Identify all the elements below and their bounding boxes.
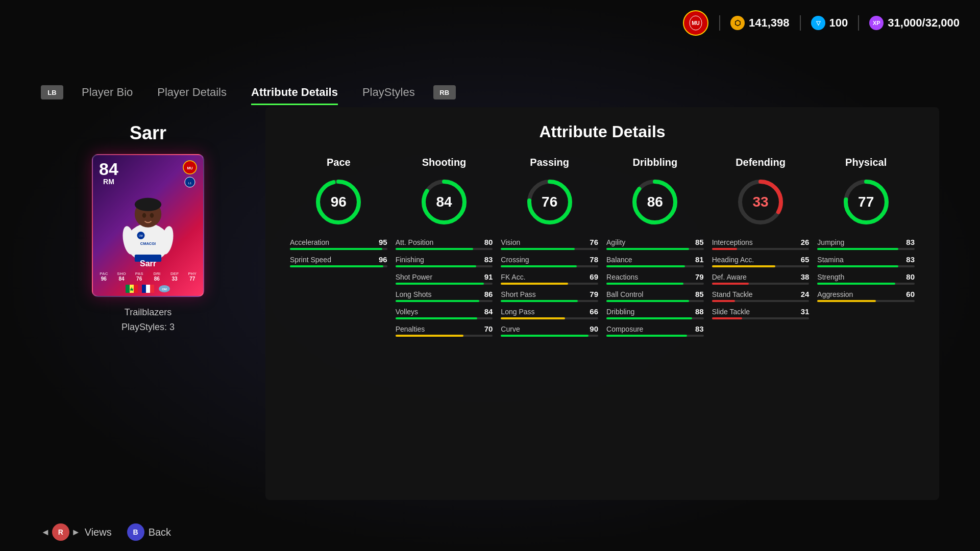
lb-button[interactable]: LB [41, 85, 63, 99]
att-position-label: Att. Position [396, 238, 476, 246]
stamina-value: 83 [900, 255, 915, 264]
main-content: Sarr 84 RM MU L1 [41, 107, 939, 500]
crossing-value: 78 [584, 255, 598, 264]
card-stats: PAC 96 SHO 84 PAS 76 DRI 86 DEF 33 [93, 268, 203, 285]
acceleration-value: 95 [373, 238, 387, 246]
pace-attrs: Acceleration 95 Sprint Speed 96 [290, 238, 387, 267]
ball-control-label: Ball Control [606, 290, 687, 298]
acceleration-label: Acceleration [290, 238, 370, 246]
stand-tackle-value: 24 [795, 290, 809, 298]
divider2 [800, 15, 801, 31]
def-aware-value: 38 [795, 272, 809, 281]
fk-acc-value: 69 [584, 272, 598, 281]
slide-tackle-value: 31 [795, 307, 809, 316]
svg-rect-18 [126, 285, 130, 293]
player-image: CMACGI OM [102, 188, 194, 262]
coins-display: ⬡ 141,398 [730, 16, 790, 30]
svg-text:OM: OM [139, 235, 143, 237]
long-pass-value: 66 [584, 307, 598, 316]
svg-text:MU: MU [692, 20, 700, 26]
coins-value: 141,398 [749, 16, 790, 30]
aggression-value: 60 [900, 290, 915, 298]
card-badge-marseille: OM [158, 285, 170, 293]
ball-control-value: 85 [690, 290, 704, 298]
finishing-value: 83 [478, 255, 493, 264]
sprint-speed-label: Sprint Speed [290, 256, 370, 264]
dribbling-value: 86 [647, 194, 663, 210]
pace-gauge: 96 [313, 177, 364, 228]
card-position: RM [99, 178, 118, 186]
divider [719, 15, 720, 31]
balance-label: Balance [606, 256, 687, 264]
category-shooting-title: Shooting [422, 157, 467, 168]
curve-label: Curve [501, 325, 581, 333]
category-defending: Defending 33 Interceptions 26 [708, 157, 814, 337]
series-label: Trailblazers [121, 307, 175, 318]
card-club-icon: MU [183, 160, 197, 174]
agility-label: Agility [606, 238, 687, 246]
flag-league [142, 285, 154, 293]
card-stat-def: DEF 33 [168, 271, 182, 282]
composure-value: 83 [690, 324, 704, 333]
bottom-nav: ◄ R ► Views B Back [41, 523, 171, 541]
svg-rect-24 [150, 285, 154, 293]
category-shooting: Shooting 84 Att. Position 80 [391, 157, 497, 337]
shooting-attrs: Att. Position 80 Finishing 83 [396, 238, 493, 337]
svg-point-9 [135, 198, 161, 211]
stamina-label: Stamina [817, 256, 897, 264]
card-stat-sho: SHO 84 [115, 271, 129, 282]
stand-tackle-label: Stand Tackle [712, 290, 792, 298]
nav-tabs: LB Player Bio Player Details Attribute D… [41, 82, 456, 103]
dribbling-gauge: 86 [629, 177, 680, 228]
svg-rect-22 [142, 285, 146, 293]
token-icon: ▽ [811, 16, 825, 30]
volleys-label: Volleys [396, 308, 476, 316]
shot-power-label: Shot Power [396, 273, 476, 281]
tab-attribute-details[interactable]: Attribute Details [239, 82, 350, 103]
heading-acc-value: 65 [795, 255, 809, 264]
tab-player-details[interactable]: Player Details [145, 82, 239, 103]
defending-attrs: Interceptions 26 Heading Acc. 65 [712, 238, 810, 319]
agility-value: 85 [690, 238, 704, 246]
tab-player-bio[interactable]: Player Bio [69, 82, 145, 103]
strength-value: 80 [900, 272, 915, 281]
svg-rect-21 [134, 285, 138, 293]
long-pass-label: Long Pass [501, 308, 581, 316]
player-panel: Sarr 84 RM MU L1 [41, 107, 255, 500]
svg-point-11 [150, 213, 154, 218]
rb-button[interactable]: RB [433, 85, 456, 99]
views-nav-item[interactable]: ◄ R ► Views [41, 523, 112, 541]
finishing-label: Finishing [396, 256, 476, 264]
category-dribbling-title: Dribbling [632, 157, 677, 168]
category-passing: Passing 76 Vision 76 [497, 157, 602, 337]
category-pace-title: Pace [327, 157, 351, 168]
shooting-value: 84 [436, 194, 452, 210]
balance-value: 81 [690, 255, 704, 264]
svg-rect-23 [146, 285, 150, 293]
svg-text:OM: OM [162, 288, 167, 291]
card-rating: 84 [99, 160, 118, 178]
card-stat-phy: PHY 77 [185, 271, 199, 282]
shot-power-value: 91 [478, 272, 493, 281]
category-physical-title: Physical [845, 157, 887, 168]
dribbling-attrs: Agility 85 Balance 81 [606, 238, 704, 337]
card-stat-pac: PAC 96 [97, 271, 111, 282]
jumping-label: Jumping [817, 238, 897, 246]
xp-value: 31,000/32,000 [888, 16, 960, 30]
tab-playstyles[interactable]: PlayStyles [350, 82, 427, 103]
playstyles-label: PlayStyles: 3 [121, 322, 175, 333]
dribbling-skill-value: 88 [690, 307, 704, 316]
interceptions-label: Interceptions [712, 238, 792, 246]
svg-text:CMACGI: CMACGI [140, 241, 156, 246]
card-stat-pas: PAS 76 [132, 271, 146, 282]
slide-tackle-label: Slide Tackle [712, 308, 792, 316]
dribbling-skill-label: Dribbling [606, 308, 687, 316]
attr-panel-title: Attribute Details [286, 122, 919, 141]
divider3 [858, 15, 859, 31]
curve-value: 90 [584, 324, 598, 333]
composure-label: Composure [606, 325, 687, 333]
xp-icon: XP [869, 16, 884, 30]
passing-gauge: 76 [524, 177, 575, 228]
long-shots-value: 86 [478, 290, 493, 298]
back-nav-item[interactable]: B Back [127, 523, 171, 541]
